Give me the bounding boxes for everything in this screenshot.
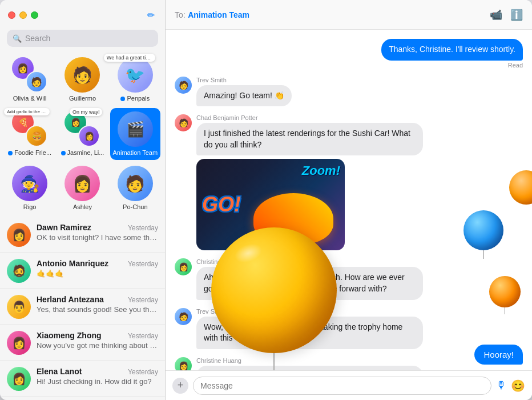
msg-christine-2: 👩 Christine Huang Do you want to review … xyxy=(175,357,523,370)
msg-christine-1: 👩 Christine Huang Ah, it looks amazing, … xyxy=(175,258,523,299)
info-icon[interactable]: ℹ️ xyxy=(510,9,523,21)
pinned-item-jasmine[interactable]: 👩 👩 On my way! Jasmine, Li... xyxy=(57,108,107,160)
messages-area: Thanks, Christine. I'll review shortly. … xyxy=(166,30,532,370)
convo-content-elena: Elena Lanot Yesterday Hi! Just checking … xyxy=(37,367,158,386)
zoom-sticker: Zoom! xyxy=(302,163,340,178)
pinned-name-guillermo: Guillermo xyxy=(69,95,96,102)
message-input[interactable] xyxy=(193,377,491,395)
convo-time-antonio: Yesterday xyxy=(128,260,158,268)
pinned-name-ashley: Ashley xyxy=(73,203,92,211)
convo-item-dawn[interactable]: 👩 Dawn Ramirez Yesterday OK to visit ton… xyxy=(0,217,165,253)
video-call-icon[interactable]: 📹 xyxy=(490,9,502,21)
traffic-lights xyxy=(8,11,38,19)
blue-dot-penpals xyxy=(120,97,125,101)
add-button[interactable]: + xyxy=(172,378,188,394)
convo-item-antonio[interactable]: 🧔 Antonio Manriquez Yesterday 🤙🤙🤙 xyxy=(0,253,165,289)
sidebar: ✏ 🔍 Search 👩 🧑 Olivia & Will xyxy=(0,0,166,400)
search-bar[interactable]: 🔍 Search xyxy=(7,30,158,47)
chat-main: To: Animation Team 📹 ℹ️ Thanks, Christin… xyxy=(166,0,532,400)
pinned-item-animation[interactable]: 🎬 Animation Team xyxy=(110,108,160,160)
blue-dot-foodie xyxy=(8,151,13,155)
avatar-trev: 🧑 xyxy=(175,77,192,94)
bubble-trev-1: Amazing! Go team! 👏 xyxy=(196,85,292,107)
foodie-badge: Add garlic to the butter, and then... xyxy=(4,108,50,115)
pinned-name-animation: Animation Team xyxy=(112,149,158,157)
title-bar: ✏ xyxy=(0,0,165,30)
convo-preview-xiaomeng: Now you've got me thinking about my next… xyxy=(37,341,158,350)
sender-christine-2: Christine Huang xyxy=(196,357,423,364)
convo-preview-elena: Hi! Just checking in. How did it go? xyxy=(37,377,158,386)
conversation-list: 👩 Dawn Ramirez Yesterday OK to visit ton… xyxy=(0,217,165,400)
pinned-row2-section: 🧙 Rigo 👩 Ashley 🧑 Po-Chun xyxy=(0,162,165,217)
bubble-christine-1: Ah, it looks amazing, Chad! It so much. … xyxy=(196,267,423,299)
search-icon: 🔍 xyxy=(13,34,22,43)
minimize-button[interactable] xyxy=(19,11,27,19)
convo-item-elena[interactable]: 👩 Elena Lanot Yesterday Hi! Just checkin… xyxy=(0,361,165,397)
fullscreen-button[interactable] xyxy=(31,11,38,19)
sender-christine-1: Christine Huang xyxy=(196,258,423,265)
bubble-chad-1: I just finished the latest renderings fo… xyxy=(196,123,423,155)
sushi-car-image: GO! Zoom! xyxy=(196,159,345,250)
avatar-dawn: 👩 xyxy=(7,223,31,247)
app-window: ✏ 🔍 Search 👩 🧑 Olivia & Will xyxy=(0,0,532,400)
convo-name-herland: Herland Antezana xyxy=(37,295,104,304)
go-sticker: GO! xyxy=(202,193,241,217)
pinned-name-olivia-will: Olivia & Will xyxy=(13,95,47,102)
convo-time-dawn: Yesterday xyxy=(128,224,158,232)
msg-trev-2: 🧑 Trev Smith Wow, Chad! I can really env… xyxy=(175,308,523,349)
chat-header: To: Animation Team 📹 ℹ️ xyxy=(166,0,532,30)
sender-chad-1: Chad Benjamin Potter xyxy=(196,114,423,121)
convo-preview-herland: Yes, that sounds good! See you then. xyxy=(37,305,158,314)
bubble-christine-2: Do you want to review all the renders to… xyxy=(196,366,423,370)
pinned-name-jasmine: Jasmine, Li... xyxy=(61,149,104,157)
pinned-item-pochun[interactable]: 🧑 Po-Chun xyxy=(110,162,160,214)
convo-item-herland[interactable]: 👨 Herland Antezana Yesterday Yes, that s… xyxy=(0,289,165,325)
emoji-button[interactable]: 😊 xyxy=(511,379,525,393)
pinned-name-foodie: Foodie Frie... xyxy=(8,149,51,157)
avatar-chad: 🧑 xyxy=(175,114,192,131)
sender-trev-1: Trev Smith xyxy=(196,77,292,83)
pinned-item-guillermo[interactable]: 🧑 Guillermo xyxy=(57,54,107,106)
convo-content-dawn: Dawn Ramirez Yesterday OK to visit tonig… xyxy=(37,223,158,242)
avatar-antonio: 🧔 xyxy=(7,259,31,283)
convo-time-xiaomeng: Yesterday xyxy=(128,332,158,340)
sender-trev-2: Trev Smith xyxy=(196,308,423,315)
avatar-elena: 👩 xyxy=(7,367,31,391)
convo-name-dawn: Dawn Ramirez xyxy=(37,223,91,232)
pinned-name-pochun: Po-Chun xyxy=(123,203,147,211)
pinned-item-rigo[interactable]: 🧙 Rigo xyxy=(5,162,55,214)
msg-sent-1: Thanks, Christine. I'll review shortly. … xyxy=(175,39,523,69)
avatar-herland: 👨 xyxy=(7,295,31,319)
chat-to-label: To: Animation Team xyxy=(175,10,249,20)
sushi-visual xyxy=(253,193,333,245)
compose-button[interactable]: ✏ xyxy=(144,9,157,21)
convo-content-antonio: Antonio Manriquez Yesterday 🤙🤙🤙 xyxy=(37,259,158,278)
avatar-christine-2: 👩 xyxy=(175,357,192,370)
pinned-item-penpals[interactable]: 🐦 We had a great time. Home with... Penp… xyxy=(110,54,160,106)
bubble-trev-2: Wow, Chad! I can really envision taking … xyxy=(196,317,423,349)
avatar-trev-2: 🧑 xyxy=(175,308,192,325)
penpals-badge: We had a great time. Home with... xyxy=(104,54,155,62)
pinned-item-foodie[interactable]: 🍕 🍔 Add garlic to the butter, and then..… xyxy=(5,108,55,160)
convo-preview-dawn: OK to visit tonight? I have some things … xyxy=(37,233,158,242)
convo-name-xiaomeng: Xiaomeng Zhong xyxy=(37,331,102,340)
blue-dot-jasmine xyxy=(61,151,66,155)
pinned-item-olivia-will[interactable]: 👩 🧑 Olivia & Will xyxy=(5,54,55,106)
convo-time-herland: Yesterday xyxy=(128,296,158,304)
chat-group-name: Animation Team xyxy=(188,10,249,19)
convo-content-herland: Herland Antezana Yesterday Yes, that sou… xyxy=(37,295,158,314)
audio-button[interactable]: 🎙 xyxy=(496,379,506,391)
avatar-xiaomeng: 👩 xyxy=(7,331,31,355)
read-label: Read xyxy=(508,62,523,69)
pinned-name-penpals: Penpals xyxy=(120,95,150,102)
pinned-item-ashley[interactable]: 👩 Ashley xyxy=(57,162,107,214)
convo-item-xiaomeng[interactable]: 👩 Xiaomeng Zhong Yesterday Now you've go… xyxy=(0,325,165,361)
convo-name-elena: Elena Lanot xyxy=(37,367,82,376)
convo-preview-antonio: 🤙🤙🤙 xyxy=(37,269,158,278)
chat-input-bar: + 🎙 😊 xyxy=(166,370,532,400)
chat-header-icons: 📹 ℹ️ xyxy=(490,9,523,21)
avatar-christine-1: 👩 xyxy=(175,258,192,275)
close-button[interactable] xyxy=(8,11,15,19)
msg-chad-1: 🧑 Chad Benjamin Potter I just finished t… xyxy=(175,114,523,250)
bubble-sent-1: Thanks, Christine. I'll review shortly. xyxy=(381,39,523,61)
